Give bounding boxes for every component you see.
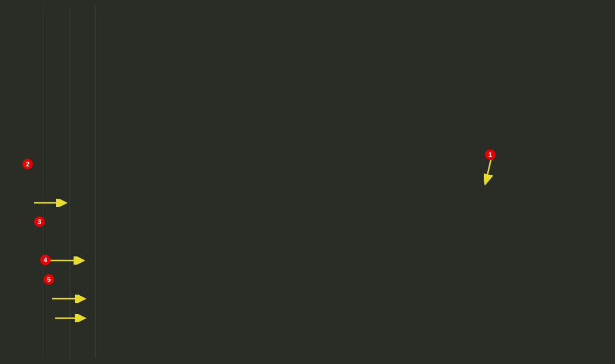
arrow-1 bbox=[484, 112, 511, 225]
indent-guide bbox=[95, 6, 96, 358]
marker-4: 4 bbox=[40, 255, 51, 265]
marker-3: 3 bbox=[34, 216, 45, 227]
marker-2: 2 bbox=[22, 159, 33, 169]
arrow-5 bbox=[55, 276, 88, 361]
code-editor[interactable]: 1 2 3 4 5 <!DOCTYPE html> <html> <head> … bbox=[0, 0, 615, 364]
marker-5: 5 bbox=[44, 274, 54, 285]
marker-1: 1 bbox=[485, 149, 496, 160]
